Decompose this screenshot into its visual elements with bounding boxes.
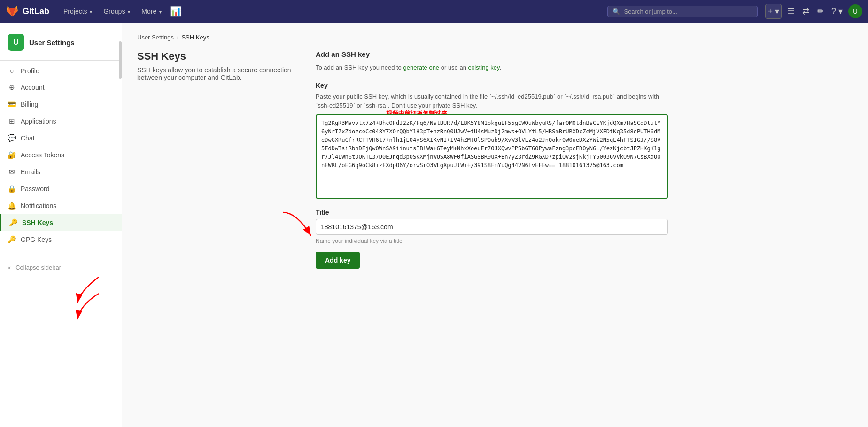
sidebar-header: U User Settings <box>0 30 122 58</box>
billing-icon: 💳 <box>8 100 16 109</box>
add-ssh-title: Add an SSH key <box>316 50 668 58</box>
sidebar-collapse-button[interactable]: « Collapse sidebar <box>0 260 122 275</box>
breadcrumb-parent[interactable]: User Settings <box>137 34 174 41</box>
breadcrumb-separator: › <box>177 34 178 41</box>
search-icon: 🔍 <box>612 8 620 15</box>
title-input[interactable] <box>316 219 668 235</box>
sidebar-bottom-divider <box>0 256 122 256</box>
title-field-label: Title <box>316 209 668 216</box>
merge-requests-icon[interactable]: ⇄ <box>800 4 811 18</box>
title-input-hint: Name your individual key via a title <box>316 238 668 244</box>
existing-key-link[interactable]: existing key <box>468 64 500 71</box>
left-panel: SSH Keys SSH keys allow you to establish… <box>137 50 297 245</box>
access-tokens-icon: 🔐 <box>8 151 16 159</box>
emails-icon: ✉ <box>8 168 16 176</box>
sidebar-item-applications[interactable]: ⊞ Applications <box>0 113 122 130</box>
topnav-actions: + ▾ ☰ ⇄ ✏ ? ▾ <box>765 4 845 19</box>
sidebar-item-account[interactable]: ⊕ Account <box>0 79 122 96</box>
breadcrumb: User Settings › SSH Keys <box>137 34 853 41</box>
key-textarea[interactable]: Tg2KgR3Mavvtx7z4+BhcOFdJ2zK/Fq6/NstBUR7d… <box>316 114 668 199</box>
sidebar-item-gpg-keys[interactable]: 🔑 GPG Keys <box>0 231 122 248</box>
notifications-icon: 🔔 <box>8 202 16 210</box>
sidebar-scrollbar-thumb <box>119 41 122 79</box>
add-ssh-section: Add an SSH key To add an SSH key you nee… <box>316 50 668 269</box>
key-field-hint: Paste your public SSH key, which is usua… <box>316 92 668 110</box>
password-icon: 🔒 <box>8 185 16 193</box>
sidebar-item-access-tokens[interactable]: 🔐 Access Tokens <box>0 147 122 163</box>
sidebar-item-profile[interactable]: ○ Profile <box>0 62 122 79</box>
sidebar-divider <box>0 60 122 61</box>
sidebar-title: User Settings <box>29 39 75 47</box>
key-field-label: Key <box>316 82 668 89</box>
search-bar[interactable]: 🔍 Search or jump to... <box>607 6 758 17</box>
gitlab-logo[interactable]: GitLab <box>6 5 49 18</box>
sidebar-scrollbar[interactable] <box>119 23 122 427</box>
collapse-icon: « <box>8 264 11 271</box>
todo-icon[interactable]: ☰ <box>785 4 797 18</box>
sidebar: U User Settings ○ Profile ⊕ Account 💳 Bi… <box>0 23 122 427</box>
right-panel: Add an SSH key To add an SSH key you nee… <box>316 50 668 245</box>
gpg-keys-icon: 🔑 <box>8 235 16 244</box>
main-content: User Settings › SSH Keys SSH Keys SSH ke… <box>122 23 868 427</box>
nav-groups[interactable]: Groups ▾ <box>99 5 135 18</box>
page-title: SSH Keys <box>137 50 297 62</box>
content-grid: SSH Keys SSH keys allow you to establish… <box>137 50 853 245</box>
nav-more[interactable]: More ▾ <box>137 5 166 18</box>
sidebar-avatar: U <box>8 34 24 51</box>
sidebar-item-notifications[interactable]: 🔔 Notifications <box>0 197 122 214</box>
page-description: SSH keys allow you to establish a secure… <box>137 66 297 81</box>
profile-icon: ○ <box>8 67 16 75</box>
applications-icon: ⊞ <box>8 117 16 125</box>
account-icon: ⊕ <box>8 83 16 92</box>
help-icon[interactable]: ? ▾ <box>829 4 845 18</box>
nav-projects[interactable]: Projects ▾ <box>59 5 97 18</box>
topnav-nav: Projects ▾ Groups ▾ More ▾ 📊 <box>59 5 182 18</box>
sidebar-item-password[interactable]: 🔒 Password <box>0 180 122 197</box>
key-textarea-wrapper: Tg2KgR3Mavvtx7z4+BhcOFdJ2zK/Fq6/NstBUR7d… <box>316 114 668 200</box>
chat-icon: 💬 <box>8 134 16 142</box>
sidebar-item-emails[interactable]: ✉ Emails <box>0 163 122 180</box>
issues-icon[interactable]: ✏ <box>815 4 826 18</box>
sidebar-item-chat[interactable]: 💬 Chat <box>0 130 122 147</box>
nav-chart-icon[interactable]: 📊 <box>170 6 182 17</box>
topnav: GitLab Projects ▾ Groups ▾ More ▾ 📊 🔍 Se… <box>0 0 868 23</box>
sidebar-item-ssh-keys[interactable]: 🔑 SSH Keys <box>0 214 122 231</box>
layout: U User Settings ○ Profile ⊕ Account 💳 Bi… <box>0 23 868 427</box>
sidebar-item-billing[interactable]: 💳 Billing <box>0 96 122 113</box>
user-avatar[interactable]: U <box>848 4 862 18</box>
ssh-keys-icon: 🔑 <box>9 218 17 227</box>
create-button[interactable]: + ▾ <box>765 4 782 19</box>
generate-link[interactable]: generate one <box>403 64 439 71</box>
breadcrumb-current: SSH Keys <box>181 34 209 41</box>
add-ssh-desc: To add an SSH key you need to generate o… <box>316 63 668 72</box>
add-key-button[interactable]: Add key <box>316 252 360 269</box>
